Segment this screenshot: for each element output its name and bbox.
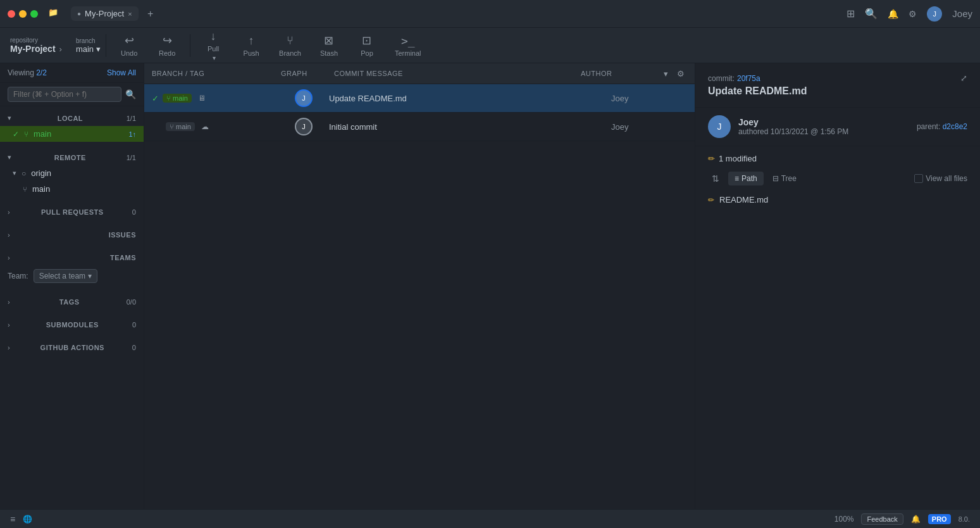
- tab-close-button[interactable]: ×: [128, 10, 132, 18]
- branch-search-input[interactable]: [8, 87, 121, 102]
- gear-icon[interactable]: ⚙: [909, 9, 917, 19]
- remote-icon-2: ☁: [201, 122, 209, 131]
- settings-button[interactable]: ⚙: [674, 67, 687, 80]
- meta-date: authored 10/13/2021 @ 1:56 PM: [738, 127, 909, 136]
- traffic-lights: [8, 10, 38, 18]
- terminal-icon: >_: [401, 34, 415, 47]
- modified-count-label: 1 modified: [719, 154, 757, 163]
- tags-count: 0/0: [127, 298, 136, 306]
- tree-view-button[interactable]: ⊟ Tree: [766, 172, 803, 185]
- branch-tag-1: ⑂ main: [163, 94, 192, 103]
- sidebar-item-origin[interactable]: ▾ ○ origin: [0, 165, 144, 181]
- undo-button[interactable]: ↩ Undo: [111, 30, 147, 61]
- authored-label: authored: [738, 127, 768, 136]
- submodules-header[interactable]: › SUBMODULES 0: [0, 317, 144, 332]
- active-tab[interactable]: ● My-Project ×: [71, 6, 139, 21]
- parent-label: parent:: [917, 122, 940, 131]
- modified-count: ✏ 1 modified: [708, 154, 967, 163]
- new-tab-button[interactable]: +: [144, 7, 158, 21]
- local-section: ▾ LOCAL 1/1 ✓ ⑂ main 1↑: [0, 106, 144, 146]
- branch-tag-label-1: main: [173, 94, 188, 102]
- commit-row[interactable]: ✓ ⑂ main 🖥 J Update README.md Joey: [144, 84, 695, 113]
- local-section-header[interactable]: ▾ LOCAL 1/1: [0, 110, 144, 126]
- github-actions-header[interactable]: › GITHUB ACTIONS 0: [0, 340, 144, 355]
- view-all-files[interactable]: View all files: [914, 174, 967, 183]
- toolbar-divider-2: [190, 34, 190, 57]
- branch-icon: ⑂: [287, 34, 294, 47]
- commit-author-1: Joey: [611, 94, 687, 103]
- team-select-dropdown[interactable]: Select a team ▾: [34, 269, 97, 283]
- pop-button[interactable]: ⊡ Pop: [349, 30, 385, 61]
- redo-icon: ↪: [163, 34, 172, 47]
- terminal-button[interactable]: >_ Terminal: [387, 30, 429, 61]
- file-name: README.md: [719, 195, 768, 204]
- pull-label: Pull: [208, 45, 219, 53]
- origin-label: origin: [31, 168, 51, 178]
- list-icon[interactable]: ≡: [10, 514, 15, 524]
- branch-selector-section[interactable]: branch main ▾: [76, 37, 101, 54]
- teams-header[interactable]: › TEAMS: [0, 250, 144, 265]
- redo-button[interactable]: ↪ Redo: [149, 30, 185, 61]
- remote-branch-icon: ⑂: [23, 185, 27, 193]
- list-item[interactable]: ✏ README.md: [708, 191, 967, 208]
- minimize-button[interactable]: [19, 10, 27, 18]
- toolbar: repository My-Project › branch main ▾ ↩ …: [0, 28, 980, 63]
- split-view-icon[interactable]: ⊞: [847, 8, 855, 20]
- file-list: ✏ README.md: [708, 191, 967, 208]
- tags-header[interactable]: › TAGS 0/0: [0, 294, 144, 310]
- commit-date: 10/13/2021 @ 1:56 PM: [771, 127, 849, 136]
- pull-button[interactable]: ↓ Pull ▾: [195, 26, 231, 65]
- feedback-button[interactable]: Feedback: [861, 513, 903, 525]
- issues-header[interactable]: › ISSUES: [0, 227, 144, 242]
- github-actions-count: 0: [132, 344, 136, 351]
- search-bar: 🔍: [0, 83, 144, 106]
- show-all-button[interactable]: Show All: [107, 68, 136, 77]
- local-label: LOCAL: [58, 115, 83, 122]
- github-actions-expand-icon: ›: [8, 344, 10, 351]
- origin-main-label: main: [32, 184, 50, 194]
- status-bar: ≡ 🌐 100% Feedback 🔔 PRO 8.0.: [0, 509, 980, 528]
- branch-name: main: [76, 44, 94, 54]
- avatar[interactable]: J: [927, 6, 942, 22]
- push-button[interactable]: ↑ Push: [233, 30, 269, 61]
- repo-selector[interactable]: My-Project ›: [10, 44, 62, 54]
- issues-section: › ISSUES: [0, 223, 144, 246]
- branch-value: main ▾: [76, 44, 101, 54]
- filter-button[interactable]: ▾: [659, 67, 672, 80]
- tree-icon: ⊟: [772, 174, 779, 183]
- toolbar-divider-1: [106, 34, 106, 57]
- pop-icon: ⊡: [362, 34, 371, 47]
- sort-button[interactable]: ⇅: [708, 171, 723, 186]
- github-actions-section: › GITHUB ACTIONS 0: [0, 336, 144, 359]
- commit-meta: J Joey authored 10/13/2021 @ 1:56 PM par…: [695, 108, 980, 146]
- folder-icon[interactable]: 📁: [48, 8, 61, 20]
- commit-row-2[interactable]: ⑂ main ☁ J Initial commit Joey: [144, 113, 695, 141]
- bell-icon[interactable]: 🔔: [888, 9, 898, 19]
- path-view-button[interactable]: ≡ Path: [728, 172, 764, 185]
- sidebar-item-main-branch[interactable]: ✓ ⑂ main 1↑: [0, 126, 144, 142]
- status-right: 100% Feedback 🔔 PRO 8.0.: [834, 513, 970, 525]
- pro-badge: PRO: [928, 514, 951, 524]
- branch-tag-icon-1: ⑂: [166, 94, 171, 102]
- pull-requests-section: › PULL REQUESTS 0: [0, 201, 144, 223]
- origin-icon: ○: [22, 169, 26, 178]
- expand-icon[interactable]: ⤢: [960, 73, 967, 83]
- maximize-button[interactable]: [30, 10, 38, 18]
- issues-label: ISSUES: [109, 231, 136, 239]
- sidebar-item-origin-main[interactable]: ⑂ main: [0, 181, 144, 197]
- view-all-checkbox[interactable]: [914, 174, 923, 183]
- status-bell-icon[interactable]: 🔔: [911, 515, 921, 524]
- remote-section-header[interactable]: ▾ REMOTE 1/1: [0, 149, 144, 165]
- pull-requests-header[interactable]: › PULL REQUESTS 0: [0, 204, 144, 220]
- close-button[interactable]: [8, 10, 15, 18]
- commit-hash-prefix: commit:: [708, 74, 735, 83]
- search-icon[interactable]: 🔍: [125, 89, 136, 99]
- search-icon[interactable]: 🔍: [865, 8, 878, 20]
- branch-icon-local: ⑂: [24, 130, 28, 139]
- branch-button[interactable]: ⑂ Branch: [271, 30, 309, 61]
- stash-button[interactable]: ⊠ Stash: [311, 30, 347, 61]
- submodules-label: SUBMODULES: [46, 321, 99, 329]
- network-icon[interactable]: 🌐: [23, 515, 32, 524]
- repo-label: repository: [10, 37, 62, 44]
- viewing-count: 2/2: [36, 68, 47, 77]
